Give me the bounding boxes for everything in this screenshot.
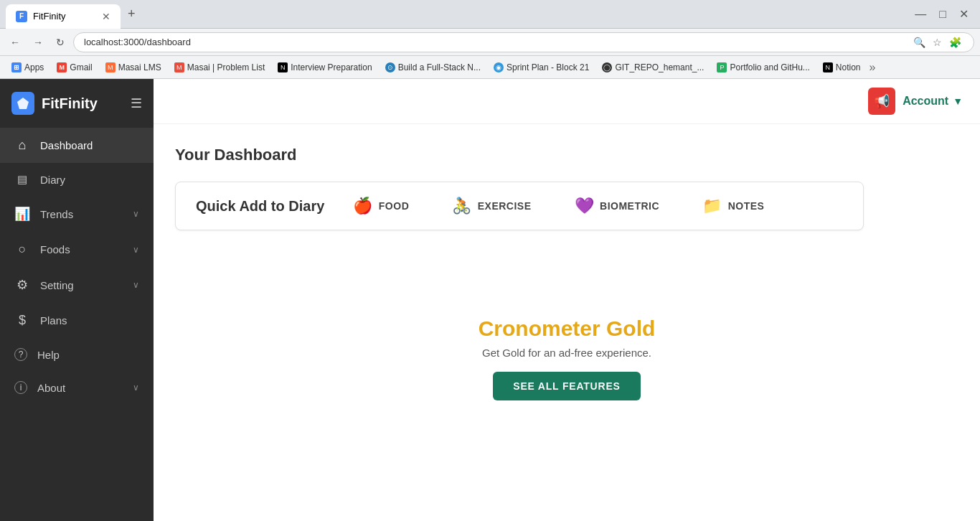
search-icon: 🔍 xyxy=(911,34,928,50)
browser-tab[interactable]: F FitFinity ✕ xyxy=(6,4,121,29)
quick-add-exercise[interactable]: 🚴 EXERCISE xyxy=(452,197,531,215)
quick-add-notes[interactable]: 📁 NOTES xyxy=(702,197,764,215)
main-header: 📢 Account ▼ xyxy=(154,79,980,124)
bookmark-sprint[interactable]: ◉ Sprint Plan - Block 21 xyxy=(488,60,595,75)
bookmark-interview-label: Interview Preparation xyxy=(291,62,372,72)
gold-subtitle: Get Gold for an ad-free experience. xyxy=(175,347,958,359)
address-bar-row: ← → ↻ localhost:3000/dashboard 🔍 ☆ 🧩 xyxy=(0,29,980,56)
bookmark-portfolio-label: Portfolio and GitHu... xyxy=(730,62,809,72)
bookmark-masai-problems-label: Masai | Problem List xyxy=(187,62,265,72)
bookmark-portfolio[interactable]: P Portfolio and GitHu... xyxy=(711,60,815,75)
sidebar-item-plans[interactable]: $ Plans xyxy=(0,303,154,338)
account-chevron-icon: ▼ xyxy=(953,95,963,107)
account-label: Account xyxy=(903,95,948,108)
interview-favicon: N xyxy=(278,62,288,72)
trends-icon: 📊 xyxy=(14,206,30,222)
bookmarks-bar: ⊞ Apps M Gmail M Masai LMS M Masai | Pro… xyxy=(0,56,980,79)
new-tab-button[interactable]: + xyxy=(125,4,138,24)
gold-section: Cronometer Gold Get Gold for an ad-free … xyxy=(175,316,958,400)
quick-add-items: 🍎 FOOD 🚴 EXERCISE 💜 BIOMETRIC 📁 NOTES xyxy=(353,197,764,215)
notion-favicon: N xyxy=(823,62,833,72)
portfolio-favicon: P xyxy=(717,62,727,72)
foods-chevron-icon: ∨ xyxy=(133,245,139,255)
bookmark-fullstack-label: Build a Full-Stack N... xyxy=(398,62,481,72)
quick-add-card: Quick Add to Diary 🍎 FOOD 🚴 EXERCISE 💜 B… xyxy=(175,182,864,230)
sidebar-item-label-setting: Setting xyxy=(40,279,123,291)
close-button[interactable]: ✕ xyxy=(953,4,974,24)
bookmark-interview[interactable]: N Interview Preparation xyxy=(272,60,377,75)
bookmark-apps[interactable]: ⊞ Apps xyxy=(6,60,50,75)
git-favicon: ◯ xyxy=(602,62,612,72)
exercise-icon: 🚴 xyxy=(452,197,472,215)
sidebar: FitFinity ☰ ⌂ Dashboard ▤ Diary 📊 Trends… xyxy=(0,79,154,521)
exercise-label: EXERCISE xyxy=(478,200,532,212)
account-button[interactable]: Account ▼ xyxy=(903,95,963,108)
bookmark-star-icon[interactable]: ☆ xyxy=(930,34,944,50)
gmail-favicon: M xyxy=(57,62,67,72)
sidebar-item-about[interactable]: i About ∨ xyxy=(0,371,154,404)
quick-add-food[interactable]: 🍎 FOOD xyxy=(353,197,409,215)
address-bar[interactable]: localhost:3000/dashboard 🔍 ☆ 🧩 xyxy=(73,32,974,52)
gold-title: Cronometer Gold xyxy=(175,316,958,341)
bookmark-git[interactable]: ◯ GIT_REPO_hemant_... xyxy=(596,60,710,75)
tab-close-btn[interactable]: ✕ xyxy=(102,11,110,22)
diary-icon: ▤ xyxy=(14,173,30,186)
quick-add-biometric[interactable]: 💜 BIOMETRIC xyxy=(575,197,660,215)
bookmark-notion-label: Notion xyxy=(836,62,861,72)
setting-chevron-icon: ∨ xyxy=(133,280,139,290)
sidebar-item-label-foods: Foods xyxy=(40,243,123,255)
masai-lms-favicon: M xyxy=(105,62,116,72)
sidebar-item-setting[interactable]: ⚙ Setting ∨ xyxy=(0,267,154,303)
bookmark-fullstack[interactable]: ⊙ Build a Full-Stack N... xyxy=(380,60,486,75)
bookmark-gmail-label: Gmail xyxy=(70,62,92,72)
foods-icon: ○ xyxy=(14,242,30,257)
bookmark-masai-lms[interactable]: M Masai LMS xyxy=(100,60,167,75)
announcements-button[interactable]: 📢 xyxy=(868,88,895,115)
sidebar-item-foods[interactable]: ○ Foods ∨ xyxy=(0,232,154,267)
dashboard-body: Your Dashboard Quick Add to Diary 🍎 FOOD… xyxy=(154,124,980,422)
food-icon: 🍎 xyxy=(353,197,373,215)
back-button[interactable]: ← xyxy=(6,34,24,51)
sprint-favicon: ◉ xyxy=(494,62,504,72)
browser-chrome: F FitFinity ✕ + — □ ✕ xyxy=(0,0,980,29)
sidebar-item-label-dashboard: Dashboard xyxy=(40,139,139,151)
bookmark-masai-lms-label: Masai LMS xyxy=(118,62,161,72)
browser-window-controls: — □ ✕ xyxy=(909,4,974,24)
fullstack-favicon: ⊙ xyxy=(385,62,395,72)
sidebar-item-help[interactable]: ? Help xyxy=(0,338,154,371)
sidebar-logo: FitFinity ☰ xyxy=(0,79,154,128)
bookmarks-more-icon[interactable]: » xyxy=(870,61,876,74)
bookmark-sprint-label: Sprint Plan - Block 21 xyxy=(507,62,589,72)
gold-title-black: Cronometer xyxy=(479,316,600,340)
see-all-features-button[interactable]: SEE ALL FEATURES xyxy=(493,372,640,400)
sidebar-item-label-diary: Diary xyxy=(40,174,139,186)
sidebar-item-dashboard[interactable]: ⌂ Dashboard xyxy=(0,128,154,163)
hamburger-menu-icon[interactable]: ☰ xyxy=(131,95,142,111)
logo-text: FitFinity xyxy=(42,95,98,112)
bookmark-masai-problems[interactable]: M Masai | Problem List xyxy=(169,60,271,75)
sidebar-item-diary[interactable]: ▤ Diary xyxy=(0,163,154,196)
forward-button[interactable]: → xyxy=(29,34,47,51)
plans-icon: $ xyxy=(14,313,30,328)
quick-add-title: Quick Add to Diary xyxy=(196,198,324,215)
logo-icon xyxy=(11,92,34,115)
apps-favicon: ⊞ xyxy=(11,62,22,72)
svg-marker-0 xyxy=(17,98,29,109)
notes-icon: 📁 xyxy=(702,197,722,215)
tab-title: FitFinity xyxy=(33,11,66,22)
main-content: 📢 Account ▼ Your Dashboard Quick Add to … xyxy=(154,79,980,521)
help-icon: ? xyxy=(14,348,27,361)
app-layout: FitFinity ☰ ⌂ Dashboard ▤ Diary 📊 Trends… xyxy=(0,79,980,521)
minimize-button[interactable]: — xyxy=(909,4,932,24)
dashboard-icon: ⌂ xyxy=(14,138,30,153)
about-icon: i xyxy=(14,381,27,394)
bookmark-gmail[interactable]: M Gmail xyxy=(51,60,98,75)
sidebar-item-trends[interactable]: 📊 Trends ∨ xyxy=(0,196,154,232)
tab-favicon: F xyxy=(16,11,27,22)
reload-button[interactable]: ↻ xyxy=(52,34,69,51)
setting-icon: ⚙ xyxy=(14,277,30,293)
extensions-icon[interactable]: 🧩 xyxy=(947,34,963,50)
maximize-button[interactable]: □ xyxy=(933,4,952,24)
bookmark-notion[interactable]: N Notion xyxy=(817,60,867,75)
address-bar-icons: 🔍 ☆ 🧩 xyxy=(911,34,963,50)
